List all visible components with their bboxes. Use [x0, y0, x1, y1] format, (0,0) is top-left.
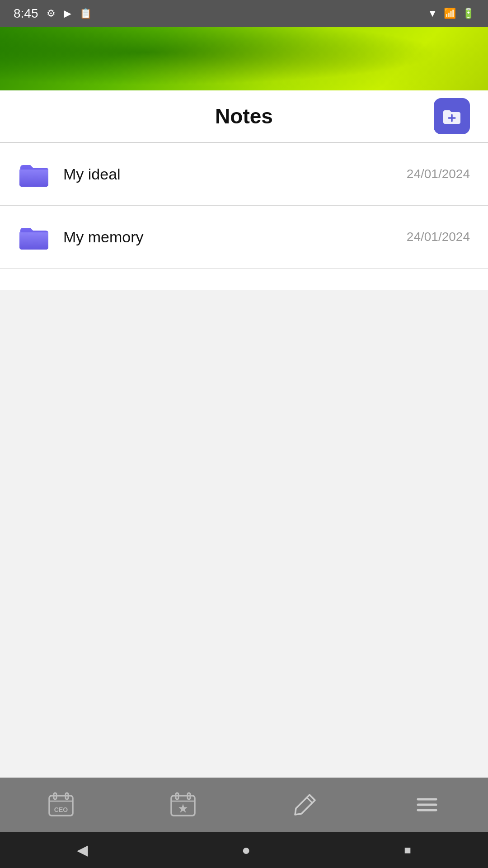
svg-line-12: [307, 797, 312, 803]
system-nav: ◀ ● ■: [0, 832, 488, 868]
folder-icon-wrap: [18, 221, 50, 253]
note-date: 24/01/2024: [407, 230, 470, 244]
list-item[interactable]: My ideal 24/01/2024: [0, 143, 488, 206]
add-folder-icon: [441, 106, 462, 127]
svg-text:CEO: CEO: [54, 806, 68, 813]
page-title: Notes: [215, 104, 273, 128]
clipboard-icon: 📋: [80, 8, 92, 19]
hamburger-menu-icon: [413, 791, 441, 818]
ceo-calendar-icon: CEO: [47, 791, 75, 818]
banner: [0, 27, 488, 90]
folder-icon: [19, 223, 49, 250]
play-protect-icon: ▶: [64, 8, 71, 19]
pencil-icon: [291, 791, 319, 818]
recent-button[interactable]: ■: [404, 843, 411, 857]
home-icon: ●: [242, 842, 250, 859]
status-time: 8:45: [14, 6, 38, 21]
recent-icon: ■: [404, 843, 411, 857]
note-date: 24/01/2024: [407, 167, 470, 181]
status-bar-left: 8:45 ⚙ ▶ 📋: [14, 6, 92, 21]
note-name: My memory: [63, 228, 407, 246]
bottom-nav: CEO: [0, 778, 488, 832]
nav-item-edit[interactable]: [278, 787, 332, 823]
list-item[interactable]: My memory 24/01/2024: [0, 206, 488, 269]
header: Notes: [0, 90, 488, 142]
settings-icon: ⚙: [47, 8, 56, 19]
wifi-icon: ▼: [427, 8, 437, 19]
empty-content-area: [0, 290, 488, 778]
add-folder-button[interactable]: [434, 98, 470, 134]
starred-calendar-icon: [169, 791, 197, 818]
note-name: My ideal: [63, 165, 407, 183]
folder-icon-wrap: [18, 158, 50, 190]
folder-icon: [19, 160, 49, 188]
back-icon: ◀: [77, 841, 88, 859]
nav-item-menu[interactable]: [400, 787, 454, 823]
home-button[interactable]: ●: [242, 842, 250, 859]
signal-icon: 📶: [444, 8, 456, 19]
status-bar: 8:45 ⚙ ▶ 📋 ▼ 📶 🔋: [0, 0, 488, 27]
status-bar-right: ▼ 📶 🔋: [427, 8, 474, 19]
nav-item-ceo[interactable]: CEO: [34, 787, 88, 823]
svg-marker-11: [178, 804, 188, 813]
nav-item-starred[interactable]: [156, 787, 210, 823]
back-button[interactable]: ◀: [77, 841, 88, 859]
battery-icon: 🔋: [462, 8, 474, 19]
